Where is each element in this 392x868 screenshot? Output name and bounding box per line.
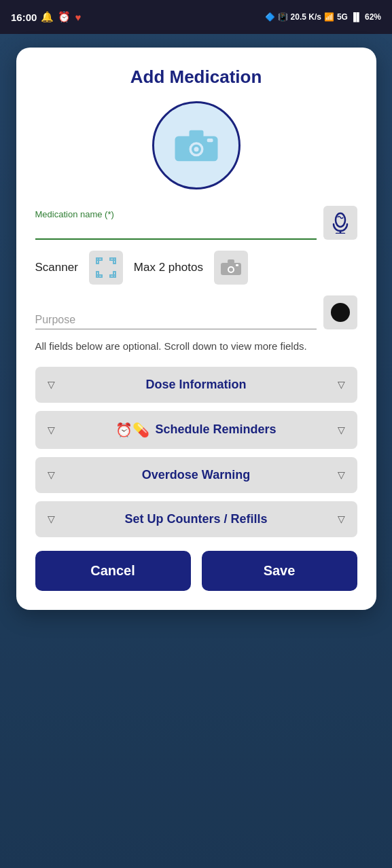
battery-display: 62% <box>365 12 381 22</box>
bluetooth-icon: 🔷 <box>265 12 275 22</box>
chevron-left-icon: ▽ <box>48 379 55 390</box>
camera-small-icon <box>220 259 242 276</box>
status-right: 🔷 📳 20.5 K/s 📶 5G ▐▌ 62% <box>265 12 381 22</box>
chevron-left-icon-3: ▽ <box>48 469 55 480</box>
accordion-dose-header[interactable]: ▽ Dose Information ▽ <box>35 367 357 403</box>
alarm-icon: ⏰ <box>58 11 71 23</box>
accordion-counters-refills: ▽ Set Up Counters / Refills ▽ <box>35 501 357 537</box>
medication-name-field-wrap: Medication name (*) <box>35 209 317 240</box>
scanner-row: Scanner Max 2 photos <box>35 251 357 285</box>
color-dot <box>331 303 350 322</box>
chevron-down-icon-3: ▽ <box>338 469 345 480</box>
purpose-row <box>35 295 357 329</box>
accordion-overdose-warning: ▽ Overdose Warning ▽ <box>35 457 357 493</box>
data-speed: 20.5 K/s <box>291 12 321 22</box>
accordion-schedule-inner: ⏰💊 Schedule Reminders <box>55 422 338 438</box>
chevron-down-icon-2: ▽ <box>338 424 345 435</box>
vibrate-icon: 📳 <box>278 12 288 22</box>
svg-point-4 <box>194 147 198 151</box>
schedule-emojis: ⏰💊 <box>115 422 149 438</box>
scanner-icon <box>95 257 117 278</box>
save-button[interactable]: Save <box>202 551 357 591</box>
accordion-counters-inner: Set Up Counters / Refills <box>55 512 338 526</box>
accordion-overdose-header[interactable]: ▽ Overdose Warning ▽ <box>35 457 357 493</box>
accordion-schedule-reminders: ▽ ⏰💊 Schedule Reminders ▽ <box>35 411 357 449</box>
bottom-buttons: Cancel Save <box>35 551 357 591</box>
signal-icon: ▐▌ <box>351 12 362 22</box>
photo-button[interactable] <box>214 251 248 285</box>
svg-rect-21 <box>236 264 238 266</box>
status-bar: 16:00 🔔 ⏰ ♥ 🔷 📳 20.5 K/s 📶 5G ▐▌ 62% <box>0 0 392 34</box>
accordion-overdose-title: Overdose Warning <box>142 468 250 482</box>
scanner-label: Scanner <box>35 261 78 274</box>
accordion-counters-title: Set Up Counters / Refills <box>124 512 267 526</box>
svg-rect-1 <box>189 130 203 137</box>
time-display: 16:00 <box>11 12 37 23</box>
medication-name-label: Medication name (*) <box>35 209 317 219</box>
notification-icon: 🔔 <box>41 11 54 23</box>
accordion-counters-header[interactable]: ▽ Set Up Counters / Refills ▽ <box>35 501 357 537</box>
medication-name-input[interactable] <box>35 221 317 240</box>
modal-title: Add Medication <box>35 67 357 88</box>
svg-point-20 <box>229 268 233 272</box>
chevron-left-icon-2: ▽ <box>48 424 55 435</box>
chevron-left-icon-4: ▽ <box>48 513 55 524</box>
modal-card: Add Medication Medication name (*) <box>16 48 376 610</box>
status-left: 16:00 🔔 ⏰ ♥ <box>11 11 81 23</box>
voice-input-button[interactable] <box>323 206 357 240</box>
cancel-button[interactable]: Cancel <box>35 551 191 591</box>
svg-point-6 <box>336 213 345 227</box>
photos-label: Max 2 photos <box>134 261 203 274</box>
camera-photo-area[interactable] <box>35 101 357 189</box>
accordion-dose-title: Dose Information <box>145 378 246 392</box>
scanner-button[interactable] <box>89 251 123 285</box>
heart-icon: ♥ <box>75 12 81 23</box>
chevron-down-icon: ▽ <box>338 379 345 390</box>
network-icon: 5G <box>337 12 348 22</box>
voice-icon <box>331 212 350 234</box>
accordion-schedule-header[interactable]: ▽ ⏰💊 Schedule Reminders ▽ <box>35 411 357 449</box>
purpose-input[interactable] <box>35 311 317 329</box>
camera-icon <box>173 127 220 164</box>
accordion-dose-information: ▽ Dose Information ▽ <box>35 367 357 403</box>
camera-circle[interactable] <box>152 101 240 189</box>
chevron-down-icon-4: ▽ <box>338 513 345 524</box>
accordion-overdose-inner: Overdose Warning <box>55 468 338 482</box>
optional-info-text: All fields below are optional. Scroll do… <box>35 339 357 355</box>
modal-overlay: Add Medication Medication name (*) <box>0 34 392 868</box>
medication-name-row: Medication name (*) <box>35 206 357 240</box>
accordion-schedule-title: Schedule Reminders <box>155 422 276 437</box>
wifi-icon: 📶 <box>324 12 334 22</box>
color-picker-button[interactable] <box>323 295 357 329</box>
accordion-dose-inner: Dose Information <box>55 378 338 392</box>
svg-rect-18 <box>228 259 234 264</box>
svg-rect-5 <box>207 139 213 142</box>
